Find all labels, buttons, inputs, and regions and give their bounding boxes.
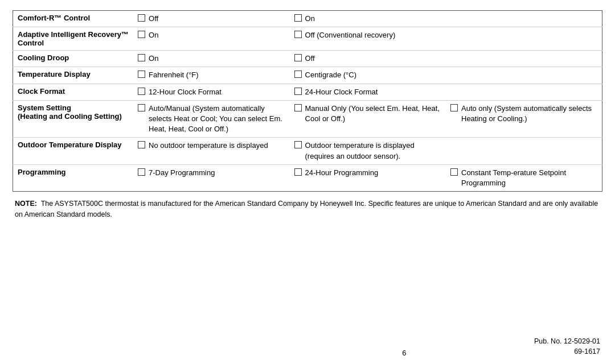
option-cell-temperature-display-0: Fahrenheit (°F) <box>133 67 289 84</box>
option-cell-comfort-r-0: Off <box>133 11 289 27</box>
checkbox-temperature-display-0[interactable] <box>138 71 145 78</box>
option-cell-programming-0: 7-Day Programming <box>133 164 289 191</box>
option-text-adaptive-intelligent-0: On <box>149 30 158 40</box>
checkbox-outdoor-temp-0[interactable] <box>138 141 145 148</box>
table-row: Temperature DisplayFahrenheit (°F)Centig… <box>13 67 602 84</box>
option-cell-clock-format-1: 24-Hour Clock Format <box>290 84 446 100</box>
checkbox-adaptive-intelligent-0[interactable] <box>138 31 145 38</box>
table-row: Cooling DroopOnOff <box>13 51 602 67</box>
table-row: Adaptive Intelligent Recovery™ ControlOn… <box>13 27 602 51</box>
option-text-outdoor-temp-0: No outdoor temperature is displayed <box>149 140 268 151</box>
table-row: Clock Format12-Hour Clock Format24-Hour … <box>13 84 602 100</box>
option-cell-temperature-display-2 <box>446 67 602 84</box>
checkbox-programming-0[interactable] <box>138 168 145 176</box>
option-text-cooling-droop-0: On <box>149 53 158 64</box>
row-label-temperature-display: Temperature Display <box>13 67 134 84</box>
option-cell-comfort-r-2 <box>446 11 602 27</box>
option-cell-system-setting-0: Auto/Manual (System automatically select… <box>133 100 289 138</box>
note-label: NOTE: <box>15 200 37 208</box>
checkbox-comfort-r-0[interactable] <box>138 14 145 22</box>
option-text-system-setting-0: Auto/Manual (System automatically select… <box>149 104 285 135</box>
table-row: Comfort-R™ ControlOffOn <box>13 11 602 27</box>
checkbox-system-setting-2[interactable] <box>450 104 458 111</box>
option-cell-adaptive-intelligent-0: On <box>133 27 289 51</box>
option-text-adaptive-intelligent-1: Off (Conventional recovery) <box>305 30 396 40</box>
option-text-programming-1: 24-Hour Programming <box>305 168 379 178</box>
table-row: Programming7-Day Programming24-Hour Prog… <box>13 164 602 191</box>
settings-table: Comfort-R™ ControlOffOnAdaptive Intellig… <box>13 10 602 192</box>
option-cell-outdoor-temp-2 <box>446 138 602 164</box>
checkbox-adaptive-intelligent-1[interactable] <box>294 31 302 38</box>
option-cell-adaptive-intelligent-2 <box>446 27 602 51</box>
option-cell-cooling-droop-0: On <box>133 51 289 67</box>
option-cell-system-setting-2: Auto only (System automatically selects … <box>446 100 602 138</box>
option-text-clock-format-0: 12-Hour Clock Format <box>149 87 222 97</box>
option-text-system-setting-2: Auto only (System automatically selects … <box>461 104 597 124</box>
option-text-temperature-display-1: Centigrade (°C) <box>305 70 356 80</box>
option-cell-clock-format-2 <box>446 84 602 100</box>
note-section: NOTE: The ASYSTAT500C thermostat is manu… <box>13 198 602 220</box>
checkbox-outdoor-temp-1[interactable] <box>294 141 302 148</box>
checkbox-clock-format-0[interactable] <box>138 88 145 95</box>
option-cell-programming-1: 24-Hour Programming <box>290 164 446 191</box>
checkbox-clock-format-1[interactable] <box>294 88 302 95</box>
option-text-clock-format-1: 24-Hour Clock Format <box>305 87 378 97</box>
checkbox-cooling-droop-1[interactable] <box>294 54 302 61</box>
row-label-adaptive-intelligent: Adaptive Intelligent Recovery™ Control <box>13 27 134 51</box>
option-text-temperature-display-0: Fahrenheit (°F) <box>149 70 199 80</box>
option-text-system-setting-1: Manual Only (You select Em. Heat, Heat, … <box>305 104 441 124</box>
option-cell-adaptive-intelligent-1: Off (Conventional recovery) <box>290 27 446 51</box>
checkbox-system-setting-1[interactable] <box>294 104 302 111</box>
option-text-programming-0: 7-Day Programming <box>149 168 215 178</box>
option-cell-cooling-droop-1: Off <box>290 51 446 67</box>
page-number: 6 <box>274 349 534 357</box>
option-cell-outdoor-temp-1: Outdoor temperature is displayed (requir… <box>290 138 446 164</box>
option-cell-comfort-r-1: On <box>290 11 446 27</box>
option-text-programming-2: Constant Temp-erature Setpoint Programmi… <box>461 168 597 188</box>
row-label-cooling-droop: Cooling Droop <box>13 51 134 67</box>
option-text-comfort-r-0: Off <box>149 14 158 24</box>
checkbox-cooling-droop-0[interactable] <box>138 54 145 61</box>
option-text-cooling-droop-1: Off <box>305 53 315 64</box>
row-label-outdoor-temp: Outdoor Temperature Display <box>13 138 134 164</box>
option-cell-system-setting-1: Manual Only (You select Em. Heat, Heat, … <box>290 100 446 138</box>
footer: 6 Pub. No. 12-5029-01 69-1617 <box>13 336 602 358</box>
option-cell-cooling-droop-2 <box>446 51 602 67</box>
checkbox-system-setting-0[interactable] <box>138 104 145 111</box>
checkbox-comfort-r-1[interactable] <box>294 14 302 22</box>
option-text-outdoor-temp-1: Outdoor temperature is displayed (requir… <box>305 140 441 161</box>
option-cell-temperature-display-1: Centigrade (°C) <box>290 67 446 84</box>
row-label-comfort-r: Comfort-R™ Control <box>13 11 134 27</box>
checkbox-programming-1[interactable] <box>294 168 302 176</box>
option-cell-outdoor-temp-0: No outdoor temperature is displayed <box>133 138 289 164</box>
row-label-programming: Programming <box>13 164 134 191</box>
row-label-clock-format: Clock Format <box>13 84 134 100</box>
option-cell-programming-2: Constant Temp-erature Setpoint Programmi… <box>446 164 602 191</box>
note-text: The ASYSTAT500C thermostat is manufactur… <box>15 200 598 218</box>
table-row: Outdoor Temperature DisplayNo outdoor te… <box>13 138 602 164</box>
checkbox-temperature-display-1[interactable] <box>294 71 302 78</box>
pub-info: Pub. No. 12-5029-01 69-1617 <box>534 336 600 358</box>
option-cell-clock-format-0: 12-Hour Clock Format <box>133 84 289 100</box>
checkbox-programming-2[interactable] <box>450 168 458 176</box>
row-label-system-setting: System Setting(Heating and Cooling Setti… <box>13 100 134 138</box>
table-row: System Setting(Heating and Cooling Setti… <box>13 100 602 138</box>
option-text-comfort-r-1: On <box>305 14 315 24</box>
